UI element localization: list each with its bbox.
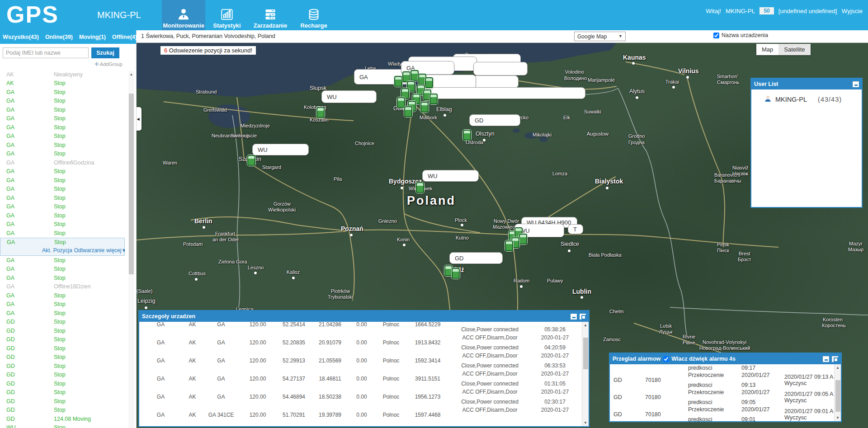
scroll-thumb[interactable] [583,338,588,369]
nav-recharge[interactable]: Recharge [292,0,335,30]
search-button[interactable]: Szukaj [91,47,119,58]
device-action-link[interactable]: Akt. [42,247,52,254]
device-row[interactable]: GD124.08 Moving [0,414,125,423]
scroll-up-icon[interactable]: ▲ [835,364,841,370]
alarm-sound-toggle[interactable]: Wlacz dźwięk alarmu 4s [663,356,736,362]
device-row[interactable]: WUStop [0,423,125,428]
logout-link[interactable]: Wyjscie [842,8,863,14]
vehicle-marker[interactable] [463,130,471,141]
device-row[interactable]: GDStop [0,362,125,371]
details-row[interactable]: GAAKGA120.0054.4689418.502380.00Polnoc19… [139,388,581,406]
vehicle-marker[interactable] [425,77,433,88]
device-row[interactable]: GDStop [0,318,125,327]
device-row[interactable]: GAStop [0,211,125,220]
scroll-down-icon[interactable]: ▼ [835,416,841,420]
map-type-select[interactable]: Google Map ▼ [574,32,626,41]
device-row[interactable]: GDStop [0,335,125,344]
alarm-row[interactable]: GD70180Przekroczeniepredkosci2020/01/270… [610,406,834,421]
nav-monitorowanie[interactable]: Monitorowanie [162,0,205,30]
minimize-icon[interactable] [853,81,859,87]
device-label-bubble[interactable]: GD [469,114,520,126]
alarm-row[interactable]: GD70180Przekroczeniepredkosci2020/01/270… [610,372,834,389]
maximize-icon[interactable] [580,314,586,320]
vehicle-marker[interactable] [397,97,405,108]
alarm-sound-checkbox[interactable] [663,356,669,362]
device-row[interactable]: GAStop [0,273,125,282]
device-row[interactable]: GAStop [0,309,125,318]
device-row[interactable]: GDStop [0,397,125,406]
scroll-up-icon[interactable]: ▲ [582,322,589,327]
device-row[interactable]: GAStop [0,229,125,238]
scroll-thumb[interactable] [835,380,840,412]
device-row[interactable]: GAStop [0,300,125,309]
device-row[interactable]: GDStop [0,326,125,335]
scroll-up-icon[interactable]: ▲ [128,71,134,76]
imei-search-input[interactable] [3,47,89,58]
vehicle-marker[interactable] [316,107,325,118]
device-action-link[interactable]: Odtwarzanie [74,247,104,254]
vehicle-marker[interactable] [505,240,513,251]
details-scrollbar[interactable]: ▲ ▼ [582,322,589,426]
credit-badge[interactable]: 50 [760,7,774,14]
device-row[interactable]: GDStop [0,344,125,353]
vehicle-marker[interactable] [420,102,429,113]
tab-offline[interactable]: Offline(4) [112,34,137,40]
device-row[interactable]: GAStop [0,291,125,300]
minimize-icon[interactable] [823,356,829,362]
details-row[interactable]: GAAKGA 341CE120.0051.7029119.397890.00Po… [139,406,581,424]
tab-online[interactable]: Online(39) [45,34,73,40]
vehicle-marker[interactable] [410,70,419,81]
alarm-action[interactable]: 2020/01/27 09:01 AK Wyczysc [784,408,834,421]
device-row[interactable]: GDStop [0,379,125,388]
scroll-down-icon[interactable]: ▼ [582,421,589,425]
vehicle-marker[interactable] [429,94,438,104]
device-row[interactable]: GDStop [0,371,125,380]
device-row[interactable]: AKNieaktywny [0,70,125,79]
device-row[interactable]: GAStop [0,265,125,274]
device-row[interactable]: GAStop [0,220,125,229]
device-row[interactable]: GAStop [0,256,125,265]
details-row[interactable]: GAAKGA120.0054.2713718.468110.00Polnoc39… [139,370,581,388]
device-row[interactable]: GAStop [0,88,125,97]
device-row[interactable]: GAOffline6Godzina [0,158,125,167]
device-row[interactable]: GDStop [0,353,125,362]
alarm-row[interactable]: GD70180Przekroczeniepredkosci2020/01/270… [610,389,834,406]
device-label-bubble[interactable]: T [568,224,583,234]
alarm-scrollbar[interactable]: ▲ ▼ [834,364,841,421]
vehicle-marker[interactable] [452,268,460,279]
map-mode-button[interactable]: Map [756,44,778,55]
details-row[interactable]: GAAKGA120.0052.2991321.055690.00Polnoc15… [139,352,581,370]
nav-statystyki[interactable]: Statystyki [205,0,249,30]
device-row[interactable]: GAStop [0,114,125,123]
device-name-checkbox[interactable] [713,33,719,38]
device-row[interactable]: GAStop [0,193,125,202]
vehicle-marker[interactable] [394,76,402,87]
details-row[interactable]: GAAKGA120.0052.2541421.042860.00Polnoc16… [139,322,581,334]
sidebar-collapse-handle[interactable]: ◀ [137,107,142,131]
user-list-item[interactable]: MKING-PL (43/43) [751,89,862,104]
vehicle-marker[interactable] [247,155,255,166]
vehicle-marker[interactable] [519,234,527,245]
satellite-mode-button[interactable]: Satellite [778,44,810,55]
device-row[interactable]: GAStop [0,132,125,141]
vehicle-marker[interactable] [404,106,412,117]
nav-zarzadzanie[interactable]: Zarzadzanie [249,0,292,30]
tab-moving[interactable]: Moving(1) [79,34,106,40]
device-action-link[interactable]: Pozycja [53,247,72,254]
device-row[interactable]: AKStop [0,79,125,88]
tab-wszystko[interactable]: Wszystko(43) [3,34,39,40]
device-label-bubble[interactable] [423,87,585,99]
details-row[interactable]: GAAKGA120.0052.2083520.910790.00Polnoc19… [139,334,581,352]
scroll-thumb[interactable] [129,94,134,274]
device-row[interactable]: GAStop [0,185,125,194]
device-row[interactable]: GAStop [0,150,125,159]
device-name-toggle[interactable]: Nazwa urzadzenia [713,32,768,38]
device-action-link[interactable]: więcej▼ [106,247,125,254]
device-label-bubble[interactable]: WU [252,144,309,155]
device-row[interactable]: GAStop [0,123,125,132]
add-group-link[interactable]: ✚AddGroup [0,61,136,69]
alarm-action[interactable]: 2020/01/27 09:05 AK Wyczysc [784,391,834,404]
device-row[interactable]: GAStop [0,141,125,150]
alarm-action[interactable]: 2020/01/27 09:13 AK Wyczysc [784,374,834,386]
device-row[interactable]: GAStop [0,202,125,212]
